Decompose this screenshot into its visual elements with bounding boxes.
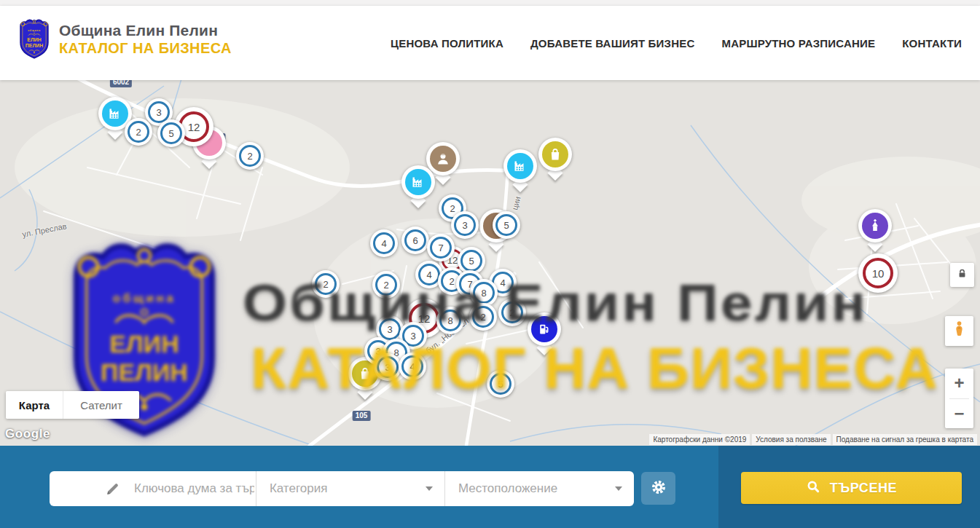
cluster-count: 4 bbox=[426, 269, 431, 280]
keyword-search-input[interactable] bbox=[133, 481, 256, 497]
page: община ЕЛИН ПЕЛИН Община Елин Пелин КАТА… bbox=[0, 0, 980, 528]
map-pin-factory[interactable] bbox=[401, 165, 436, 210]
map-cluster-marker[interactable]: 5 bbox=[493, 211, 520, 239]
search-button-label: ТЪРСЕНЕ bbox=[830, 481, 897, 496]
chevron-down-icon bbox=[615, 486, 622, 491]
gear-icon bbox=[650, 478, 667, 499]
nav-item[interactable]: ЦЕНОВА ПОЛИТИКА bbox=[391, 37, 503, 50]
map-cluster-marker[interactable]: 4 bbox=[399, 352, 426, 380]
category-select-label: Категория bbox=[270, 481, 327, 496]
road-badge: 105 bbox=[353, 411, 371, 421]
cluster-count: 4 bbox=[409, 361, 415, 372]
cluster-count: 5 bbox=[469, 256, 474, 267]
map-cluster-marker[interactable]: 8 bbox=[436, 307, 464, 334]
location-select-label: Местоположение bbox=[458, 481, 557, 496]
map-cluster-marker[interactable]: 2 bbox=[469, 303, 497, 331]
site-logo[interactable]: община ЕЛИН ПЕЛИН Община Елин Пелин КАТА… bbox=[17, 17, 232, 61]
map-report-error-link[interactable]: Подаване на сигнал за грешка в картата bbox=[833, 434, 977, 445]
map-cluster-marker[interactable]: 2 bbox=[498, 299, 526, 326]
pencil-icon bbox=[105, 481, 121, 497]
cluster-count: 3 bbox=[462, 220, 467, 231]
municipality-crest-icon: община ЕЛИН ПЕЛИН bbox=[17, 17, 51, 61]
search-section: Категория Местоположение ТЪРСЕНЕ bbox=[0, 446, 980, 528]
cluster-count: 2 bbox=[323, 279, 328, 290]
google-logo[interactable]: Google bbox=[5, 427, 50, 441]
site-subtitle: КАТАЛОГ НА БИЗНЕСА bbox=[59, 40, 232, 57]
map-pin-bag[interactable] bbox=[538, 138, 573, 183]
map-cluster-marker[interactable]: 7 bbox=[427, 234, 455, 261]
map-cluster-marker[interactable]: 2 bbox=[125, 118, 152, 146]
cluster-count: 8 bbox=[447, 315, 452, 326]
cluster-count: 2 bbox=[509, 307, 514, 318]
map-cluster-marker[interactable]: 4 bbox=[370, 229, 398, 257]
cluster-count: 12 bbox=[188, 121, 200, 133]
map-type-map-button[interactable]: Карта bbox=[6, 391, 63, 419]
cluster-count: 2 bbox=[480, 312, 485, 323]
map-cluster-marker[interactable]: 5 bbox=[487, 370, 514, 398]
top-strip bbox=[0, 0, 980, 6]
street-view-pegman-button[interactable] bbox=[945, 316, 973, 346]
factory-icon bbox=[102, 101, 128, 127]
map-type-control: Карта Сателит bbox=[6, 391, 139, 419]
header: община ЕЛИН ПЕЛИН Община Елин Пелин КАТА… bbox=[0, 6, 980, 80]
cluster-count: 3 bbox=[385, 362, 390, 373]
map-cluster-marker[interactable]: 3 bbox=[374, 353, 401, 381]
cluster-count: 2 bbox=[449, 276, 454, 287]
map-cluster-marker[interactable]: 2 bbox=[372, 271, 400, 299]
nav-item[interactable]: ДОБАВЕТЕ ВАШИЯТ БИЗНЕС bbox=[530, 37, 694, 50]
search-form: Категория Местоположение bbox=[50, 471, 634, 506]
chevron-down-icon bbox=[426, 486, 433, 491]
map-cluster-marker[interactable]: 5 bbox=[157, 119, 185, 147]
factory-icon bbox=[405, 169, 431, 195]
keyword-field-group bbox=[50, 471, 256, 506]
nav-item[interactable]: КОНТАКТИ bbox=[902, 37, 962, 50]
location-select[interactable]: Местоположение bbox=[445, 471, 634, 506]
cluster-count: 5 bbox=[498, 379, 503, 390]
search-button[interactable]: ТЪРСЕНЕ bbox=[741, 472, 962, 504]
map-pin-fuel[interactable] bbox=[527, 312, 562, 358]
map-pin-factory[interactable] bbox=[503, 149, 538, 194]
map-terms-link[interactable]: Условия за ползване bbox=[752, 434, 830, 445]
cluster-count: 6 bbox=[412, 235, 418, 246]
map-cluster-marker[interactable]: 3 bbox=[451, 211, 479, 239]
cluster-count: 2 bbox=[136, 127, 141, 138]
church-icon bbox=[862, 213, 888, 239]
map-cluster-marker[interactable]: 2 bbox=[312, 270, 340, 298]
map-cluster-marker[interactable]: 6 bbox=[401, 226, 429, 254]
category-select[interactable]: Категория bbox=[256, 471, 444, 506]
cluster-count: 12 bbox=[418, 312, 431, 325]
zoom-control: + − bbox=[945, 369, 973, 428]
cluster-count: 2 bbox=[247, 151, 252, 162]
nav-item[interactable]: МАРШРУТНО РАЗПИСАНИЕ bbox=[721, 37, 875, 50]
advanced-search-button[interactable] bbox=[641, 472, 675, 505]
map-type-satellite-button[interactable]: Сателит bbox=[63, 391, 139, 419]
search-icon bbox=[806, 479, 821, 497]
cluster-count: 3 bbox=[387, 324, 392, 335]
cluster-count: 8 bbox=[481, 288, 486, 299]
cluster-count: 4 bbox=[500, 277, 505, 288]
map-viewport[interactable]: 6002105ул. Преславбул. „Новоселции 12325… bbox=[0, 80, 980, 446]
cluster-count: 5 bbox=[503, 220, 509, 231]
zoom-out-button[interactable]: − bbox=[945, 399, 973, 429]
cluster-count: 2 bbox=[450, 203, 455, 214]
svg-text:община: община bbox=[28, 29, 41, 32]
fuel-icon bbox=[531, 316, 557, 342]
cluster-count: 5 bbox=[168, 128, 173, 139]
site-title: Община Елин Пелин bbox=[59, 22, 232, 39]
map-pin-church[interactable] bbox=[858, 209, 893, 254]
road-badge: 6002 bbox=[110, 80, 132, 87]
factory-icon bbox=[507, 153, 533, 179]
lock-button[interactable] bbox=[950, 263, 974, 287]
pegman-icon bbox=[953, 320, 965, 342]
cluster-count: 2 bbox=[383, 280, 388, 291]
cluster-count: 4 bbox=[381, 238, 386, 249]
svg-text:ПЕЛИН: ПЕЛИН bbox=[26, 43, 43, 48]
map-cluster-marker[interactable]: 2 bbox=[236, 142, 264, 170]
cluster-count: 3 bbox=[156, 107, 161, 118]
cluster-count: 7 bbox=[438, 243, 443, 253]
lock-icon bbox=[957, 268, 968, 282]
map-copyright: Картографски данни ©2019 bbox=[649, 434, 750, 445]
cluster-count: 10 bbox=[872, 267, 885, 280]
map-cluster-marker[interactable]: 10 bbox=[858, 253, 898, 293]
zoom-in-button[interactable]: + bbox=[945, 369, 973, 398]
